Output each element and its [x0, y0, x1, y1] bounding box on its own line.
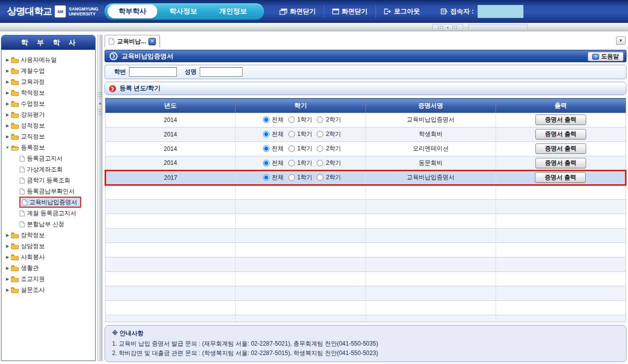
semester-radio[interactable]	[288, 174, 295, 181]
collapsed-triangle-icon[interactable]: ▶	[4, 113, 10, 117]
sidebar-item[interactable]: ▶성적정보	[4, 120, 93, 131]
semester-radio[interactable]	[288, 160, 295, 166]
semester-radio[interactable]	[263, 145, 269, 152]
sidebar-item[interactable]: ▶설문조사	[4, 284, 93, 295]
semester-radio-label[interactable]: 전체	[272, 173, 284, 182]
semester-radio-label[interactable]: 2학기	[326, 159, 341, 167]
sidebar-item[interactable]: ▶수업정보	[4, 98, 93, 109]
semester-radio-label[interactable]: 1학기	[297, 144, 313, 153]
sidebar-subitem[interactable]: 가상계좌조회	[4, 164, 93, 175]
semester-radio-label[interactable]: 1학기	[297, 173, 313, 182]
print-certificate-button[interactable]: 증명서 출력	[535, 172, 586, 183]
collapsed-triangle-icon[interactable]: ▶	[4, 91, 10, 95]
print-certificate-button[interactable]: 증명서 출력	[535, 129, 586, 139]
semester-radio[interactable]	[288, 145, 295, 152]
header-action-button[interactable]: 화면닫기	[324, 4, 376, 18]
sidebar-item[interactable]: ▶사용자메뉴얼	[4, 54, 93, 65]
sidebar-subitem[interactable]: 계절 등록금고지서	[4, 208, 93, 219]
semester-radio[interactable]	[317, 131, 323, 137]
semester-radio[interactable]	[288, 117, 295, 123]
nav-tab[interactable]: 개인정보	[209, 4, 257, 18]
sidebar-collapse-handle[interactable]: ◀	[98, 67, 102, 140]
expanded-triangle-icon[interactable]: ▼	[4, 145, 10, 150]
sidebar-item[interactable]: ▶조교지원	[4, 273, 93, 284]
semester-radio-label[interactable]: 2학기	[326, 173, 341, 182]
semester-radio[interactable]	[263, 174, 269, 181]
empty-cell	[236, 286, 366, 300]
sidebar-item[interactable]: ▶사회봉사	[4, 251, 93, 262]
sidebar-subitem[interactable]: 등록금납부확인서	[4, 186, 93, 197]
empty-table-row	[106, 243, 626, 257]
sidebar-item[interactable]: ▶계절수업	[4, 65, 93, 76]
header-action-button[interactable]: 화면닫기	[271, 4, 324, 18]
empty-cell	[236, 185, 366, 199]
sidebar-subitem[interactable]: 교육비납입증명서	[4, 197, 93, 208]
sidebar-item[interactable]: ▶장학정보	[4, 230, 93, 241]
sidebar-item[interactable]: ▶생활관	[4, 262, 93, 273]
semester-radio-label[interactable]: 2학기	[326, 116, 341, 124]
collapsed-triangle-icon[interactable]: ▶	[4, 277, 10, 281]
semester-radio[interactable]	[263, 117, 269, 123]
body: 학 부 학 사 ▶사용자메뉴얼▶계절수업▶교육과정▶학적정보▶수업정보▶강의평가…	[0, 31, 628, 364]
print-certificate-button[interactable]: 증명서 출력	[535, 158, 586, 168]
empty-cell	[106, 228, 236, 243]
student-id-input[interactable]	[129, 67, 177, 77]
sidebar-item[interactable]: ▼등록정보	[4, 142, 93, 153]
collapsed-triangle-icon[interactable]: ▶	[4, 69, 10, 73]
collapsed-triangle-icon[interactable]: ▶	[4, 244, 10, 248]
collapsed-triangle-icon[interactable]: ▶	[4, 288, 10, 292]
nav-tab[interactable]: 학부학사	[108, 4, 157, 18]
main-content: 교육비납... ✕ ▼ ❯ 교육비납입증명서 ? 도움말 학번 성명 ❯ 등록 …	[105, 35, 627, 364]
nav-tab[interactable]: 학사정보	[159, 4, 207, 18]
semester-radio-label[interactable]: 전체	[272, 159, 284, 167]
sidebar-item[interactable]: ▶강의평가	[4, 109, 93, 120]
print-certificate-button[interactable]: 증명서 출력	[535, 115, 586, 125]
header-action-button[interactable]: 로그아웃	[376, 4, 428, 18]
header-collapse-handle[interactable]: ▲	[432, 24, 463, 30]
sidebar-item[interactable]: ▶교직정보	[4, 131, 93, 142]
collapsed-triangle-icon[interactable]: ▶	[4, 134, 10, 139]
sidebar-subitem[interactable]: 금학기 등록조회	[4, 175, 93, 186]
tab-list-dropdown-button[interactable]: ▼	[616, 36, 626, 45]
semester-radio-label[interactable]: 1학기	[297, 159, 313, 167]
collapsed-triangle-icon[interactable]: ▶	[4, 58, 10, 62]
empty-cell	[106, 214, 236, 228]
sidebar-item[interactable]: ▶상담정보	[4, 241, 93, 251]
sidebar-splitter[interactable]: ◀	[97, 35, 103, 361]
collapsed-triangle-icon[interactable]: ▶	[4, 233, 10, 238]
empty-cell	[366, 199, 496, 214]
collapsed-triangle-icon[interactable]: ▶	[4, 123, 10, 128]
sidebar-item[interactable]: ▶학적정보	[4, 87, 93, 98]
semester-radio-label[interactable]: 2학기	[326, 130, 341, 138]
university-logo: 상명대학교 SM SANGMYUNG UNIVERSITY	[0, 5, 102, 18]
semester-radio[interactable]	[317, 160, 323, 166]
empty-cell	[496, 257, 626, 271]
semester-radio-label[interactable]: 전체	[272, 116, 284, 124]
document-icon	[19, 177, 25, 184]
semester-radio[interactable]	[263, 131, 269, 137]
collapsed-triangle-icon[interactable]: ▶	[4, 102, 10, 106]
collapsed-triangle-icon[interactable]: ▶	[4, 80, 10, 84]
collapsed-triangle-icon[interactable]: ▶	[4, 255, 10, 259]
tab-close-icon[interactable]: ✕	[148, 38, 156, 45]
semester-radio-label[interactable]: 전체	[272, 130, 284, 138]
semester-radio[interactable]	[317, 145, 323, 152]
semester-radio-label[interactable]: 전체	[272, 144, 284, 153]
certificate-name-cell: 학생회비	[366, 127, 496, 141]
semester-radio[interactable]	[288, 131, 295, 137]
sidebar-item[interactable]: ▶교육과정	[4, 76, 93, 87]
student-name-input[interactable]	[200, 67, 243, 77]
sidebar-subitem[interactable]: 분할납부 신청	[4, 219, 93, 230]
help-button[interactable]: ? 도움말	[588, 52, 624, 61]
semester-radio[interactable]	[263, 160, 269, 166]
semester-radio-label[interactable]: 1학기	[297, 130, 313, 138]
document-tab[interactable]: 교육비납... ✕	[105, 35, 160, 47]
collapsed-triangle-icon[interactable]: ▶	[4, 266, 10, 270]
strip-secondary-handle[interactable]	[468, 24, 528, 30]
sidebar-subitem[interactable]: 등록금고지서	[4, 153, 93, 164]
semester-radio-label[interactable]: 2학기	[326, 144, 341, 153]
semester-radio[interactable]	[317, 174, 323, 181]
print-certificate-button[interactable]: 증명서 출력	[535, 143, 586, 154]
semester-radio[interactable]	[317, 117, 323, 123]
semester-radio-label[interactable]: 1학기	[297, 116, 313, 124]
